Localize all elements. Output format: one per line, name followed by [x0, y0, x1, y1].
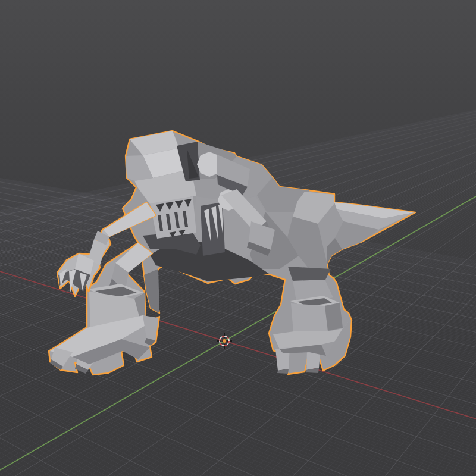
viewport-canvas[interactable]	[0, 0, 476, 476]
object-origin-dot	[223, 339, 226, 343]
blender-3d-viewport[interactable]	[0, 0, 476, 476]
